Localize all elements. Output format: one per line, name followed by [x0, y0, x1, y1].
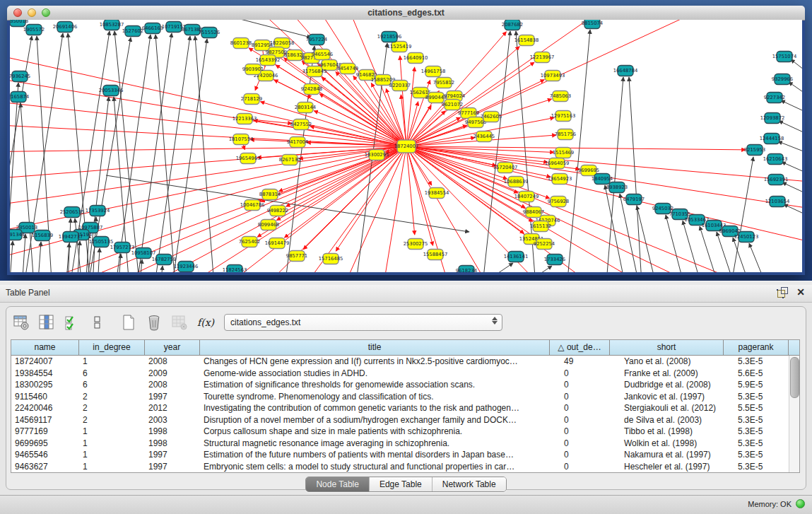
graph-edge[interactable]	[10, 146, 406, 209]
graph-node[interactable]: 7462605	[481, 112, 502, 122]
column-header-title[interactable]: title	[200, 340, 550, 355]
table-cell[interactable]: Corpus callosum shape and size in male p…	[200, 426, 560, 438]
table-cell[interactable]: 1	[79, 449, 145, 461]
graph-node[interactable]: 15720407	[493, 163, 518, 173]
function-builder-icon[interactable]: f(x)	[197, 317, 214, 328]
table-cell[interactable]: 2009	[145, 368, 200, 380]
citation-network-graph[interactable]: 1872400786012388912954182260589827509165…	[10, 20, 802, 272]
table-cell[interactable]: 2	[79, 414, 145, 426]
graph-edge[interactable]	[134, 33, 172, 272]
graph-node[interactable]: 6479197	[623, 194, 645, 205]
graph-node[interactable]: 19654963	[236, 153, 261, 164]
table-cell[interactable]: Yano et al. (2008)	[620, 356, 734, 368]
graph-node[interactable]: 12213363	[233, 114, 257, 124]
table-cell[interactable]: 1997	[145, 461, 200, 473]
table-cell[interactable]: 9699695	[11, 438, 79, 450]
graph-node[interactable]: 2087682	[502, 20, 523, 30]
node-table[interactable]: namein_degreeyeartitle△ out_de…shortpage…	[11, 339, 800, 473]
graph-node[interactable]: 20691406	[53, 22, 78, 33]
graph-edge[interactable]	[10, 146, 406, 180]
table-cell[interactable]: Wolkin et al. (1998)	[620, 438, 734, 450]
table-cell[interactable]: 0	[560, 368, 620, 380]
table-cell[interactable]: 1997	[145, 391, 200, 403]
graph-node[interactable]: 9621072	[442, 100, 463, 110]
table-mode-icon[interactable]	[11, 312, 32, 333]
table-cell[interactable]: 18724007	[11, 356, 79, 368]
table-cell[interactable]: Structural magnetic resonance image aver…	[200, 438, 560, 450]
graph-node[interactable]: 13654923	[548, 174, 572, 185]
graph-node[interactable]: 9417004	[287, 137, 308, 148]
table-cell[interactable]: 19384554	[11, 368, 79, 380]
table-cell[interactable]: Investigating the contribution of common…	[200, 402, 560, 414]
graph-node[interactable]: 9498222	[267, 206, 288, 216]
graph-node[interactable]: 7851756	[555, 129, 576, 140]
graph-node[interactable]: 8220337	[389, 81, 411, 91]
show-columns-icon[interactable]	[36, 312, 57, 333]
table-row[interactable]: 969969511998Structural magnetic resonanc…	[11, 438, 799, 450]
graph-node[interactable]: 9252254	[534, 239, 555, 250]
graph-node[interactable]: 10046786	[240, 200, 265, 211]
table-cell[interactable]: 1	[79, 426, 145, 438]
table-cell[interactable]: Dudbridge et al. (2008)	[620, 379, 734, 391]
graph-node[interactable]: 9465546	[312, 49, 333, 60]
graph-node[interactable]: 2436445	[473, 132, 495, 142]
graph-node[interactable]: 2803144	[295, 103, 316, 113]
table-cell[interactable]: 9777169	[11, 426, 79, 438]
graph-edge[interactable]	[406, 146, 495, 272]
graph-node[interactable]: 6466163	[142, 23, 163, 34]
graph-node[interactable]: 10688639	[504, 177, 529, 187]
create-column-icon[interactable]	[118, 312, 139, 333]
graph-node[interactable]: 2165874	[10, 92, 29, 103]
graph-node[interactable]: 1527602	[122, 26, 143, 37]
scrollbar-thumb[interactable]	[790, 357, 799, 398]
table-cell[interactable]: Estimation of the future numbers of pati…	[200, 449, 560, 461]
graph-edge[interactable]	[406, 146, 507, 179]
graph-node[interactable]: 9756928	[548, 197, 569, 207]
table-vertical-scrollbar[interactable]	[789, 356, 799, 472]
panel-split-divider[interactable]	[0, 275, 812, 281]
table-cell[interactable]: Embryonic stem cells: a model to study s…	[200, 461, 560, 473]
graph-node[interactable]: 15751074	[772, 52, 797, 62]
graph-node[interactable]: 8267130	[279, 155, 300, 165]
graph-edge[interactable]	[21, 234, 25, 272]
table-row[interactable]: 946362711997Embryonic stem cells: a mode…	[11, 461, 799, 473]
table-cell[interactable]: Franke et al. (2009)	[620, 368, 734, 380]
graph-node[interactable]: 16154838	[514, 35, 539, 46]
table-cell[interactable]: 6	[79, 379, 145, 391]
graph-node[interactable]: 9227342	[764, 93, 785, 103]
graph-node[interactable]: 7515526	[199, 28, 220, 38]
graph-edge[interactable]	[297, 146, 406, 272]
table-cell[interactable]: 0	[560, 402, 620, 414]
table-cell[interactable]: 9463627	[11, 461, 79, 473]
graph-node[interactable]: 12213967	[530, 52, 555, 63]
table-cell[interactable]: 0	[560, 414, 620, 426]
table-cell[interactable]: Disruption of a novel member of a sodium…	[200, 414, 560, 426]
table-cell[interactable]: Nakamura et al. (1997)	[620, 449, 734, 461]
graph-edge[interactable]	[629, 77, 642, 272]
table-cell[interactable]: Tourette syndrome. Phenomenology and cla…	[200, 391, 560, 403]
network-view-window[interactable]: citations_edges.txt 18724007860123889129…	[7, 6, 805, 275]
table-cell[interactable]: 0	[560, 379, 620, 391]
network-canvas[interactable]: 1872400786012388912954182260589827509165…	[10, 20, 802, 272]
table-row[interactable]: 1456911722003Disruption of a novel membe…	[11, 414, 799, 426]
graph-edge[interactable]	[159, 266, 163, 272]
table-cell[interactable]: 2003	[145, 414, 200, 426]
table-cell[interactable]: 0	[560, 461, 620, 473]
column-header-name[interactable]: name	[11, 340, 79, 355]
graph-edge[interactable]	[620, 194, 643, 272]
graph-node[interactable]: 16640910	[404, 53, 428, 64]
table-cell[interactable]: 2008	[145, 379, 200, 391]
graph-node[interactable]: 1905572	[23, 25, 45, 35]
graph-node[interactable]: 7485063	[550, 91, 571, 102]
graph-node[interactable]: 18107554	[229, 134, 254, 145]
graph-node[interactable]: 10853287	[100, 20, 124, 30]
table-cell[interactable]: 9465546	[11, 449, 79, 461]
column-header-short[interactable]: short	[610, 340, 724, 355]
delete-column-icon[interactable]	[143, 312, 165, 333]
graph-node[interactable]: 14961758	[421, 66, 446, 77]
table-cell[interactable]: 1	[79, 356, 145, 368]
graph-node[interactable]: 11525419	[387, 42, 412, 52]
graph-edge[interactable]	[303, 146, 406, 250]
table-cell[interactable]: 9115460	[11, 391, 79, 403]
column-header-year[interactable]: year	[145, 340, 200, 355]
